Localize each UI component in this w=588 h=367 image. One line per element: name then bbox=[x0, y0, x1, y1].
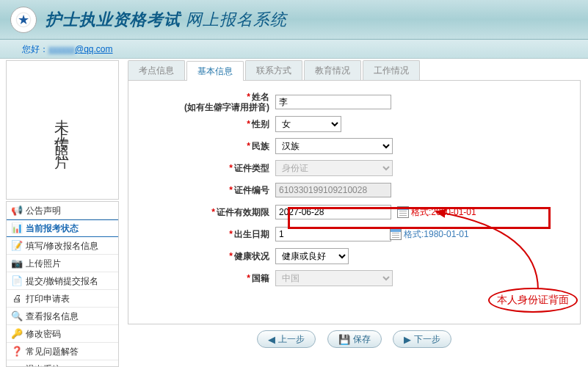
menu-item-上传照片[interactable]: 📷上传照片 bbox=[7, 255, 118, 272]
select-gender[interactable]: 女 bbox=[275, 116, 341, 132]
input-id-no bbox=[275, 183, 391, 197]
menu-label: 上传照片 bbox=[26, 255, 61, 272]
nav-menu: 📢公告声明📊当前报考状态📝填写/修改报名信息📷上传照片📄提交/撤销提交报名🖨打印… bbox=[6, 201, 119, 367]
main-content: 考点信息基本信息联系方式教育情况工作情况 *姓名(如有生僻字请用拼音) *性别 … bbox=[120, 59, 588, 367]
calendar-icon bbox=[397, 206, 409, 218]
prev-button[interactable]: ◀上一步 bbox=[257, 330, 316, 348]
menu-icon: 📊 bbox=[11, 222, 23, 234]
menu-label: 打印申请表 bbox=[26, 290, 70, 308]
menu-item-常见问题解答[interactable]: ❓常见问题解答 bbox=[7, 343, 118, 360]
email-suffix: @qq.com bbox=[75, 44, 113, 54]
menu-item-查看报名信息[interactable]: 🔍查看报名信息 bbox=[7, 308, 118, 325]
hint-birth: 格式:1980-01-01 bbox=[390, 228, 469, 241]
greeting-row: 您好：xxxxxx@qq.com bbox=[0, 40, 588, 59]
arrow-left-icon: ◀ bbox=[268, 334, 275, 345]
photo-placeholder: 未上传照片 bbox=[6, 60, 119, 200]
form-area: *姓名(如有生僻字请用拼音) *性别 女 *民族 汉族 *证件类型 身份证 *证… bbox=[128, 81, 581, 324]
title-sub: 网上报名系统 bbox=[186, 10, 287, 29]
menu-icon: ❓ bbox=[11, 346, 23, 357]
menu-item-填写/修改报名信息[interactable]: 📝填写/修改报名信息 bbox=[7, 237, 118, 255]
calendar-icon bbox=[390, 228, 402, 240]
label-ethnic: *民族 bbox=[128, 141, 275, 151]
label-id-no: *证件编号 bbox=[128, 185, 275, 195]
header-bar: 护士执业资格考试 网上报名系统 bbox=[0, 0, 588, 40]
menu-label: 常见问题解答 bbox=[26, 343, 79, 360]
tab-基本信息[interactable]: 基本信息 bbox=[186, 61, 244, 81]
logo-badge bbox=[10, 7, 37, 33]
menu-icon: 📢 bbox=[11, 205, 23, 217]
tab-考点信息[interactable]: 考点信息 bbox=[128, 60, 185, 80]
label-health: *健康状况 bbox=[128, 251, 275, 261]
photo-placeholder-text: 未上传照片 bbox=[53, 108, 73, 152]
sidebar: 未上传照片 📢公告声明📊当前报考状态📝填写/修改报名信息📷上传照片📄提交/撤销提… bbox=[0, 59, 120, 367]
greeting-prefix: 您好： bbox=[22, 44, 48, 54]
next-button[interactable]: ▶下一步 bbox=[393, 330, 451, 348]
user-email-link[interactable]: xxxxxx@qq.com bbox=[48, 44, 113, 54]
menu-item-提交/撤销提交报名[interactable]: 📄提交/撤销提交报名 bbox=[7, 272, 118, 290]
select-id-type: 身份证 bbox=[275, 160, 393, 176]
menu-label: 当前报考状态 bbox=[26, 219, 79, 237]
menu-icon: 🖨 bbox=[11, 293, 23, 305]
annotation-bubble: 本人身份证背面 bbox=[488, 288, 578, 313]
menu-label: 修改密码 bbox=[26, 325, 61, 343]
menu-icon: 📷 bbox=[11, 258, 23, 269]
label-id-expiry: *证件有效期限 bbox=[128, 207, 275, 217]
label-gender: *性别 bbox=[128, 119, 275, 129]
menu-icon: 📄 bbox=[11, 275, 23, 287]
menu-label: 查看报名信息 bbox=[26, 308, 79, 325]
email-blurred: xxxxxx bbox=[48, 44, 75, 54]
menu-icon: 🔑 bbox=[11, 328, 23, 340]
button-row: ◀上一步 💾保存 ▶下一步 bbox=[128, 330, 581, 348]
title-main: 护士执业资格考试 bbox=[46, 10, 181, 29]
label-nationality: *国籍 bbox=[128, 273, 275, 283]
menu-item-打印申请表[interactable]: 🖨打印申请表 bbox=[7, 290, 118, 308]
select-ethnic[interactable]: 汉族 bbox=[275, 138, 393, 154]
menu-icon: 🔍 bbox=[11, 310, 23, 322]
label-name: *姓名(如有生僻字请用拼音) bbox=[128, 92, 275, 112]
save-button[interactable]: 💾保存 bbox=[327, 330, 382, 348]
input-birth[interactable] bbox=[275, 227, 391, 241]
menu-item-退出系统[interactable]: ↩退出系统 bbox=[7, 360, 118, 367]
input-name[interactable] bbox=[275, 95, 391, 109]
tab-联系方式[interactable]: 联系方式 bbox=[245, 60, 302, 80]
menu-item-公告声明[interactable]: 📢公告声明 bbox=[7, 202, 118, 219]
tab-教育情况[interactable]: 教育情况 bbox=[304, 60, 361, 80]
select-health[interactable]: 健康或良好 bbox=[275, 248, 349, 264]
tab-工作情况[interactable]: 工作情况 bbox=[363, 60, 420, 80]
hint-id-expiry: 格式:2020-01-01 bbox=[397, 206, 476, 219]
menu-item-修改密码[interactable]: 🔑修改密码 bbox=[7, 325, 118, 343]
menu-item-当前报考状态[interactable]: 📊当前报考状态 bbox=[7, 219, 118, 237]
page-title: 护士执业资格考试 网上报名系统 bbox=[46, 9, 287, 31]
menu-label: 公告声明 bbox=[26, 202, 61, 219]
arrow-right-icon: ▶ bbox=[404, 334, 411, 345]
input-id-expiry[interactable] bbox=[275, 205, 391, 219]
label-id-type: *证件类型 bbox=[128, 163, 275, 173]
menu-label: 提交/撤销提交报名 bbox=[26, 272, 98, 290]
menu-label: 退出系统 bbox=[26, 360, 61, 367]
menu-label: 填写/修改报名信息 bbox=[26, 237, 98, 255]
select-nationality: 中国 bbox=[275, 270, 393, 286]
label-birth: *出生日期 bbox=[128, 229, 275, 239]
tab-bar: 考点信息基本信息联系方式教育情况工作情况 bbox=[128, 59, 581, 81]
save-icon: 💾 bbox=[338, 334, 350, 345]
menu-icon: 📝 bbox=[11, 240, 23, 252]
menu-icon: ↩ bbox=[11, 363, 23, 367]
